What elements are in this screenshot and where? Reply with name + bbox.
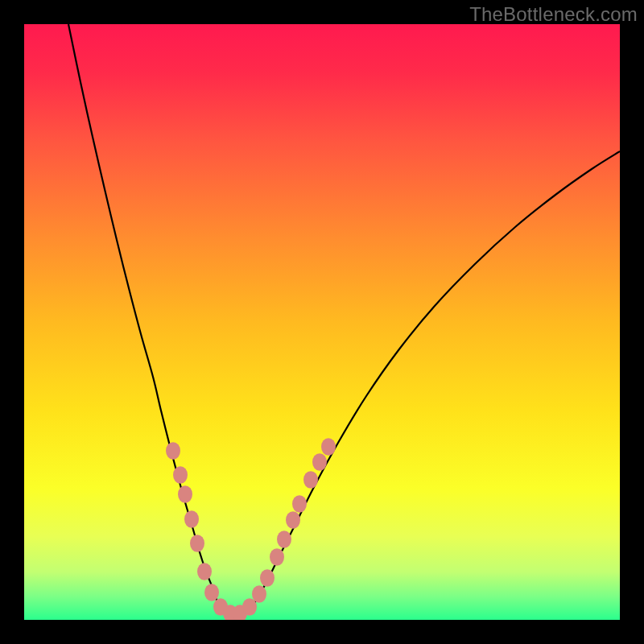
curve-marker: [270, 548, 284, 566]
curve-layer: [24, 24, 620, 620]
watermark-text: TheBottleneck.com: [469, 3, 638, 26]
curve-marker: [178, 485, 192, 503]
curve-marker: [303, 471, 318, 489]
curve-marker: [184, 510, 199, 528]
curve-marker: [292, 495, 307, 513]
curve-marker: [166, 442, 180, 460]
chart-frame: TheBottleneck.com: [0, 0, 644, 644]
curve-marker: [204, 584, 219, 601]
curve-marker: [277, 530, 291, 548]
curve-marker: [312, 453, 327, 471]
curve-marker: [252, 585, 266, 603]
marker-group: [166, 438, 336, 620]
curve-marker: [286, 511, 300, 529]
curve-marker: [197, 563, 212, 580]
curve-marker: [242, 598, 257, 616]
plot-area: [24, 24, 620, 620]
bottleneck-curve: [68, 24, 620, 615]
curve-marker: [173, 466, 188, 484]
curve-marker: [321, 438, 336, 456]
curve-marker: [190, 535, 204, 552]
curve-marker: [260, 569, 275, 587]
